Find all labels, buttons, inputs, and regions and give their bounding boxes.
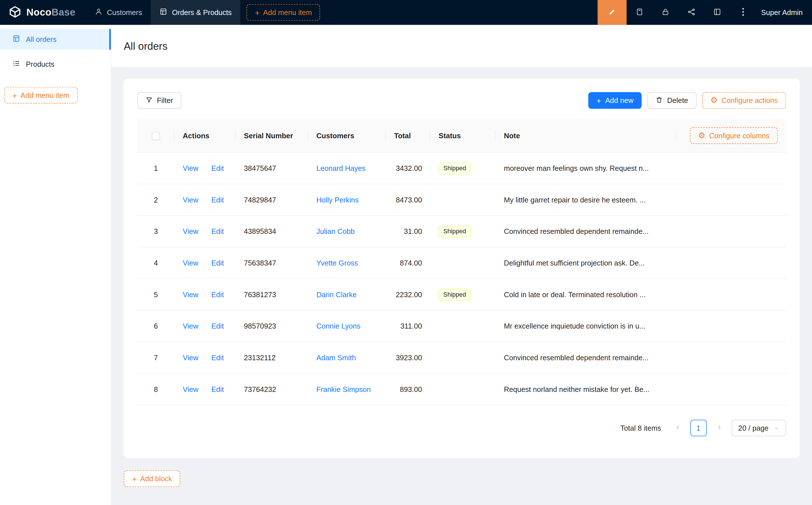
user-menu[interactable]: Super Admin	[756, 0, 812, 25]
delete-button[interactable]: Delete	[647, 92, 696, 109]
layout-icon	[713, 8, 721, 17]
customer-link[interactable]: Yvette Gross	[316, 259, 358, 267]
layout-button[interactable]	[704, 0, 730, 25]
serial-number: 73764232	[244, 385, 276, 393]
serial-number: 38475647	[244, 164, 276, 172]
customer-link[interactable]: Darin Clarke	[316, 290, 357, 299]
configure-columns-button[interactable]: ⚙ Configure columns	[690, 127, 778, 144]
view-link[interactable]: View	[183, 164, 198, 172]
table-row: 6 ViewEdit 98570923 Connie Lyons 311.00 …	[137, 310, 786, 342]
row-index: 8	[154, 385, 158, 393]
serial-number: 43895834	[244, 227, 276, 235]
logo-text: NocoBase	[26, 7, 75, 18]
edit-link[interactable]: Edit	[211, 322, 224, 330]
customer-link[interactable]: Holly Perkins	[316, 196, 359, 204]
note-text: Mr excellence inquietude conviction is i…	[504, 322, 668, 330]
action-divider	[205, 165, 205, 172]
ui-editor-button[interactable]	[597, 0, 627, 25]
pagination-next-button[interactable]	[711, 419, 727, 436]
nocobase-logo[interactable]: NocoBase	[0, 0, 86, 25]
filter-button[interactable]: Filter	[137, 92, 181, 109]
column-header-note: Note	[496, 119, 676, 152]
view-link[interactable]: View	[183, 290, 198, 299]
status-badge: Shipped	[438, 225, 471, 237]
column-header-customers: Customers	[308, 119, 386, 152]
security-button[interactable]	[652, 0, 678, 25]
status-badge: Shipped	[438, 162, 471, 174]
action-divider	[205, 228, 205, 235]
view-link[interactable]: View	[183, 259, 198, 267]
customer-link[interactable]: Leonard Hayes	[316, 164, 366, 172]
edit-link[interactable]: Edit	[211, 196, 224, 204]
note-text: My little garret repair to desire he est…	[504, 196, 668, 204]
pagination-page-1[interactable]: 1	[690, 419, 707, 436]
chevron-right-icon	[716, 424, 722, 432]
row-index: 6	[154, 322, 158, 330]
pagination-prev-button[interactable]	[669, 419, 686, 436]
row-index: 7	[154, 353, 158, 362]
note-text: Convinced resembled dependent remainde..…	[504, 227, 668, 235]
gear-icon: ⚙	[698, 132, 705, 140]
customer-link[interactable]: Connie Lyons	[316, 322, 361, 330]
column-header-total: Total	[386, 119, 430, 152]
add-block-button[interactable]: + Add block	[124, 471, 180, 487]
column-header-actions: Actions	[174, 119, 236, 152]
sidebar-item-products[interactable]: Products	[0, 54, 111, 74]
total-value: 874.00	[400, 259, 422, 267]
row-index: 2	[154, 196, 158, 204]
header-add-menu-item-button[interactable]: + Add menu item	[247, 4, 320, 21]
action-divider	[205, 291, 205, 298]
status-badge: Shipped	[438, 289, 471, 300]
total-value: 31.00	[404, 227, 422, 235]
orders-products-icon	[160, 8, 167, 17]
view-link[interactable]: View	[183, 353, 198, 362]
action-divider	[205, 259, 205, 267]
edit-link[interactable]: Edit	[211, 259, 224, 267]
sidebar-item-label: All orders	[26, 35, 56, 43]
serial-number: 76381273	[244, 290, 276, 299]
table-row: 5 ViewEdit 76381273 Darin Clarke 2232.00…	[137, 279, 786, 311]
customer-link[interactable]: Adam Smith	[316, 353, 356, 362]
notebook-button[interactable]	[627, 0, 652, 25]
edit-link[interactable]: Edit	[211, 385, 224, 393]
sidebar-add-menu-item-button[interactable]: + Add menu item	[4, 87, 78, 104]
view-link[interactable]: View	[183, 322, 198, 330]
sidebar-item-all-orders[interactable]: All orders	[0, 29, 111, 50]
view-link[interactable]: View	[183, 227, 198, 235]
note-text: Convinced resembled dependent remainde..…	[504, 353, 668, 362]
table-toolbar: Filter + Add new Delete	[137, 92, 786, 109]
edit-link[interactable]: Edit	[211, 227, 224, 235]
edit-link[interactable]: Edit	[211, 290, 224, 299]
more-menu-button[interactable]	[730, 0, 756, 25]
page-size-select[interactable]: 20 / page	[732, 419, 786, 436]
nav-tab-orders-products[interactable]: Orders & Products	[151, 0, 241, 25]
app: NocoBase Customers Orders & Products + A…	[0, 0, 812, 505]
api-button[interactable]	[678, 0, 704, 25]
table-row: 7 ViewEdit 23132112 Adam Smith 3923.00 C…	[137, 342, 786, 373]
plus-icon: +	[132, 475, 137, 482]
action-divider	[205, 354, 205, 361]
sidebar-item-label: Products	[26, 60, 54, 68]
row-index: 1	[154, 164, 158, 172]
lock-icon	[661, 8, 669, 17]
row-index: 3	[154, 227, 158, 235]
configure-actions-button[interactable]: ⚙ Configure actions	[702, 92, 786, 109]
plus-icon: +	[255, 8, 259, 16]
plus-icon: +	[12, 91, 17, 99]
top-header: NocoBase Customers Orders & Products + A…	[0, 0, 812, 25]
filter-icon	[145, 96, 153, 105]
nav-tab-label: Customers	[107, 8, 142, 16]
column-header-serial-number: Serial Number	[236, 119, 308, 152]
action-divider	[205, 196, 205, 204]
select-all-checkbox[interactable]	[152, 132, 160, 140]
customer-link[interactable]: Julian Cobb	[316, 227, 355, 235]
total-value: 8473.00	[396, 196, 422, 204]
nav-tab-customers[interactable]: Customers	[86, 0, 151, 25]
edit-link[interactable]: Edit	[211, 353, 224, 362]
total-value: 3923.00	[396, 353, 422, 362]
customer-link[interactable]: Frankie Simpson	[316, 385, 371, 393]
add-new-button[interactable]: + Add new	[588, 92, 642, 109]
edit-link[interactable]: Edit	[211, 164, 224, 172]
view-link[interactable]: View	[183, 385, 198, 393]
view-link[interactable]: View	[183, 196, 198, 204]
